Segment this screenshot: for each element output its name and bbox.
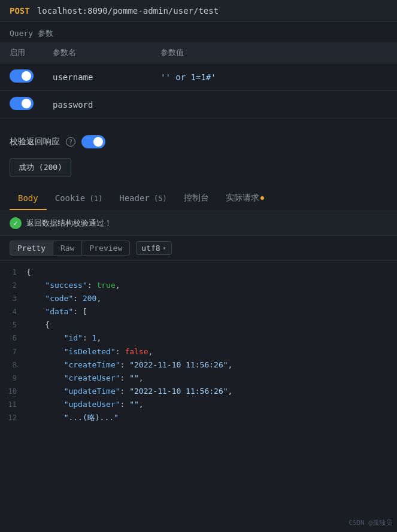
tab-Body[interactable]: Body xyxy=(10,187,47,210)
validate-section: 校验返回响应 ? xyxy=(0,123,397,156)
line-content: "isDeleted": false, xyxy=(26,345,392,358)
line-content: "updateUser": "", xyxy=(26,398,392,411)
json-line: 10 "updateTime": "2022-11-10 11:56:26", xyxy=(0,385,397,398)
json-viewer: 1{2 "success": true,3 "code": 200,4 "dat… xyxy=(0,261,397,429)
row-toggle[interactable] xyxy=(10,97,34,110)
line-content: "success": true, xyxy=(26,279,392,292)
line-content: "createUser": "", xyxy=(26,372,392,385)
check-icon: ✓ xyxy=(10,217,22,229)
line-number: 12 xyxy=(5,412,26,424)
line-content: "code": 200, xyxy=(26,292,392,305)
json-line: 3 "code": 200, xyxy=(0,292,397,305)
url-text: localhost:8090/pomme-admin/user/test xyxy=(37,6,219,16)
line-content: "createTime": "2022-11-10 11:56:26", xyxy=(26,358,392,372)
query-params-table: 启用 参数名 参数值 username '' or 1=1#' password xyxy=(0,42,397,118)
help-icon[interactable]: ? xyxy=(66,137,75,147)
json-line: 8 "createTime": "2022-11-10 11:56:26", xyxy=(0,358,397,372)
line-content: { xyxy=(26,318,392,332)
json-line: 11 "updateUser": "", xyxy=(0,398,397,411)
json-line: 4 "data": [ xyxy=(0,305,397,318)
line-number: 1 xyxy=(5,266,26,278)
col-header-value: 参数值 xyxy=(151,42,397,63)
format-btn-preview[interactable]: Preview xyxy=(82,241,130,256)
tab-控制台[interactable]: 控制台 xyxy=(175,187,217,211)
json-line: 7 "isDeleted": false, xyxy=(0,345,397,358)
line-content: "...(略)..." xyxy=(26,411,392,424)
tab-实际请求[interactable]: 实际请求 xyxy=(217,187,272,211)
tab-Header[interactable]: Header (5) xyxy=(111,187,175,210)
json-line: 5 { xyxy=(0,318,397,332)
status-section: 成功 (200) xyxy=(0,156,397,187)
line-number: 6 xyxy=(5,332,26,344)
validate-label: 校验返回响应 xyxy=(10,136,60,147)
row-value-cell xyxy=(151,91,397,118)
row-enable-cell xyxy=(0,91,43,118)
line-number: 3 xyxy=(5,293,26,305)
row-toggle[interactable] xyxy=(10,69,34,83)
line-number: 4 xyxy=(5,306,26,318)
validation-message: 返回数据结构校验通过！ xyxy=(26,218,112,229)
validation-bar: ✓ 返回数据结构校验通过！ xyxy=(0,211,397,236)
format-btn-pretty[interactable]: Pretty xyxy=(10,241,53,256)
line-number: 7 xyxy=(5,346,26,358)
line-content: "id": 1, xyxy=(26,332,392,345)
format-btn-raw[interactable]: Raw xyxy=(53,241,82,256)
method-badge: POST xyxy=(10,6,30,16)
validate-toggle[interactable] xyxy=(81,135,105,148)
line-number: 8 xyxy=(5,359,26,371)
line-number: 2 xyxy=(5,279,26,291)
watermark: CSDN @孤独员 xyxy=(348,518,392,527)
json-line: 12 "...(略)..." xyxy=(0,411,397,424)
col-header-enable: 启用 xyxy=(0,42,43,63)
status-badge: 成功 (200) xyxy=(10,158,71,177)
line-content: "updateTime": "2022-11-10 11:56:26", xyxy=(26,385,392,398)
line-content: { xyxy=(26,266,392,279)
json-line: 2 "success": true, xyxy=(0,279,397,292)
table-row: password xyxy=(0,91,397,118)
query-params-label: Query 参数 xyxy=(0,22,397,42)
tab-Cookie[interactable]: Cookie (1) xyxy=(47,187,111,210)
row-value-cell: '' or 1=1#' xyxy=(151,63,397,91)
row-enable-cell xyxy=(0,63,43,91)
json-line: 6 "id": 1, xyxy=(0,332,397,345)
line-content: "data": [ xyxy=(26,305,392,318)
line-number: 11 xyxy=(5,399,26,411)
json-line: 1{ xyxy=(0,266,397,279)
line-number: 9 xyxy=(5,372,26,384)
line-number: 10 xyxy=(5,385,26,397)
table-row: username '' or 1=1#' xyxy=(0,63,397,91)
format-toolbar: PrettyRawPreviewutf8▾ xyxy=(0,236,397,261)
response-tabs: BodyCookie (1)Header (5)控制台实际请求 xyxy=(0,187,397,211)
line-number: 5 xyxy=(5,319,26,331)
encoding-value: utf8 xyxy=(141,244,160,253)
row-name-cell: password xyxy=(43,91,151,118)
chevron-down-icon: ▾ xyxy=(163,245,166,251)
encoding-select[interactable]: utf8▾ xyxy=(136,241,171,255)
json-line: 9 "createUser": "", xyxy=(0,372,397,385)
col-header-name: 参数名 xyxy=(43,42,151,63)
request-bar: POST localhost:8090/pomme-admin/user/tes… xyxy=(0,0,397,22)
row-name-cell: username xyxy=(43,63,151,91)
